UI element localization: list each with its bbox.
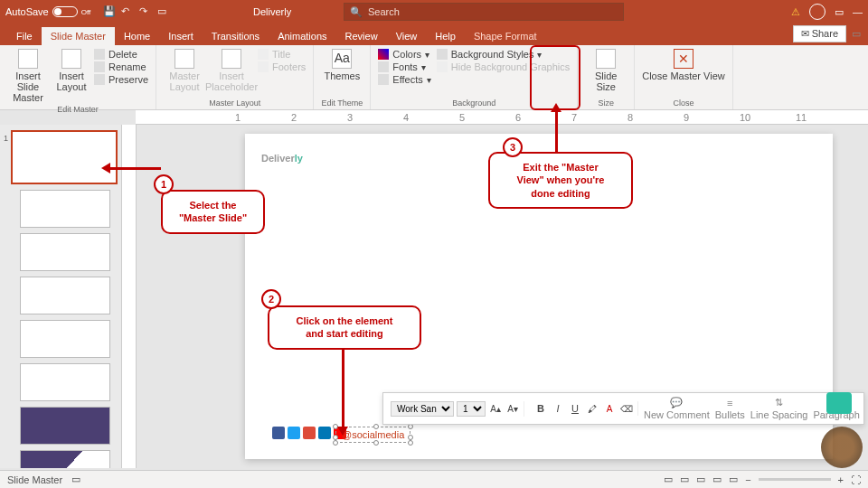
tab-file[interactable]: File	[7, 27, 42, 45]
quick-access-toolbar: 💾 ↶ ↷ ▭	[103, 5, 170, 18]
tab-animations[interactable]: Animations	[269, 27, 335, 45]
highlight-icon[interactable]: 🖍	[585, 401, 599, 416]
redo-icon[interactable]: ↷	[139, 5, 152, 18]
titlebar: AutoSave Off 💾 ↶ ↷ ▭ Deliverly 🔍 Search …	[0, 0, 868, 23]
group-edit-master: Insert Slide Master Insert Layout Delete…	[0, 45, 156, 109]
master-slide-thumb[interactable]: 1	[11, 130, 118, 184]
tab-insert[interactable]: Insert	[159, 27, 203, 45]
themes-button[interactable]: AaThemes	[321, 49, 363, 81]
slide-size-button[interactable]: Slide Size	[585, 49, 627, 92]
fonts-button[interactable]: Fonts ▾	[378, 61, 430, 72]
sorter-view-icon[interactable]: ▭	[696, 474, 705, 485]
bold-icon[interactable]: B	[533, 401, 548, 416]
save-icon[interactable]: 💾	[103, 5, 116, 18]
layout-thumb[interactable]	[20, 407, 110, 445]
minimize-icon[interactable]: —	[853, 6, 863, 17]
slideshow-icon[interactable]: ▭	[729, 474, 738, 485]
account-icon[interactable]	[809, 4, 826, 20]
delete-button[interactable]: Delete	[94, 49, 148, 60]
colors-icon	[378, 49, 389, 60]
fit-icon[interactable]: ⛶	[851, 474, 861, 485]
google-icon	[303, 427, 316, 439]
layout-thumb[interactable]	[20, 363, 110, 401]
insert-layout-button[interactable]: Insert Layout	[54, 49, 89, 92]
linkedin-icon	[318, 427, 331, 439]
group-master-layout: Master Layout Insert Placeholder Title F…	[156, 45, 314, 109]
start-icon[interactable]: ▭	[157, 5, 170, 18]
search-icon: 🔍	[350, 6, 363, 18]
zoom-out-icon[interactable]: −	[745, 474, 750, 485]
layout-thumb[interactable]	[20, 190, 110, 228]
status-bar: Slide Master ▭ ▭ ▭ ▭ ▭ ▭ − + ⛶	[0, 470, 868, 488]
accessibility-icon[interactable]: ▭	[71, 474, 80, 485]
group-edit-theme: AaThemes Edit Theme	[314, 45, 371, 109]
line-spacing-button[interactable]: ⇅Line Spacing	[750, 397, 808, 420]
tab-shape-format[interactable]: Shape Format	[465, 27, 546, 45]
underline-icon[interactable]: U	[568, 401, 582, 416]
effects-icon	[378, 74, 389, 85]
insert-slide-master-button[interactable]: Insert Slide Master	[7, 49, 49, 103]
search-box[interactable]: 🔍 Search	[344, 3, 624, 21]
ribbon-options-icon[interactable]: ▭	[835, 6, 844, 18]
footers-checkbox: Footers	[258, 61, 306, 72]
vertical-ruler	[122, 125, 137, 468]
rename-button[interactable]: Rename	[94, 61, 148, 72]
font-size-select[interactable]: 11	[457, 401, 486, 417]
undo-icon[interactable]: ↶	[121, 5, 134, 18]
help-badge[interactable]	[826, 392, 852, 414]
decrease-font-icon[interactable]: A▾	[505, 401, 520, 416]
facebook-icon	[272, 427, 285, 439]
layout-thumb[interactable]	[20, 450, 110, 468]
callout-2: Click on the elementand start editing	[268, 305, 421, 350]
mini-toolbar[interactable]: Work Sans 11 A▴ A▾ B I U 🖍 A ⌫ 💬New Comm…	[382, 392, 864, 425]
autosave-toggle[interactable]: AutoSave Off	[5, 6, 90, 17]
italic-icon[interactable]: I	[551, 401, 565, 416]
effects-button[interactable]: Effects ▾	[378, 74, 430, 85]
document-title: Deliverly	[253, 6, 291, 17]
layout-thumb[interactable]	[20, 320, 110, 358]
zoom-slider[interactable]	[759, 478, 831, 481]
share-button[interactable]: ✉ Share	[793, 25, 846, 42]
horizontal-ruler: 1234567891011	[136, 110, 868, 125]
preserve-button[interactable]: Preserve	[94, 74, 148, 85]
insert-placeholder-button: Insert Placeholder	[211, 49, 252, 92]
arrow-3	[555, 110, 558, 152]
zoom-in-icon[interactable]: +	[838, 474, 844, 485]
toggle-off-icon	[52, 6, 78, 17]
rename-icon	[94, 61, 105, 72]
status-mode: Slide Master	[7, 474, 62, 485]
notes-icon[interactable]: ▭	[664, 474, 673, 485]
twitter-icon	[288, 427, 300, 439]
ribbon: Insert Slide Master Insert Layout Delete…	[0, 45, 868, 110]
normal-view-icon[interactable]: ▭	[680, 474, 689, 485]
title-checkbox: Title	[258, 49, 306, 60]
ribbon-tabs: File Slide Master Home Insert Transition…	[0, 23, 868, 45]
close-master-view-button[interactable]: ✕Close Master View	[642, 49, 725, 81]
warning-icon[interactable]: ⚠	[791, 6, 800, 18]
watermark-logo	[821, 427, 863, 468]
delete-icon	[94, 49, 105, 60]
layout-thumb[interactable]	[20, 277, 110, 314]
layout-thumb[interactable]	[20, 233, 110, 271]
reading-view-icon[interactable]: ▭	[712, 474, 722, 485]
tab-home[interactable]: Home	[115, 27, 159, 45]
thumbnail-panel[interactable]: 1	[0, 125, 122, 468]
bullets-button[interactable]: ≡Bullets	[715, 398, 745, 420]
colors-button[interactable]: Colors ▾	[378, 49, 430, 60]
arrow-2	[342, 347, 344, 428]
clear-format-icon[interactable]: ⌫	[619, 401, 634, 416]
tab-slide-master[interactable]: Slide Master	[42, 27, 115, 45]
preserve-icon	[94, 74, 105, 85]
workspace: 1 Deliverly @socialmedia	[0, 125, 868, 468]
close-icon: ✕	[674, 49, 693, 69]
group-size: Slide Size Size	[578, 45, 635, 109]
callout-3: Exit the "MasterView" when you'redone ed…	[488, 152, 633, 209]
tab-transitions[interactable]: Transitions	[203, 27, 269, 45]
comments-icon[interactable]: ▭	[852, 28, 861, 40]
tab-help[interactable]: Help	[426, 27, 465, 45]
tab-view[interactable]: View	[387, 27, 427, 45]
font-select[interactable]: Work Sans	[391, 401, 454, 417]
increase-font-icon[interactable]: A▴	[488, 401, 503, 416]
tab-review[interactable]: Review	[336, 27, 387, 45]
font-color-icon[interactable]: A	[602, 401, 617, 416]
